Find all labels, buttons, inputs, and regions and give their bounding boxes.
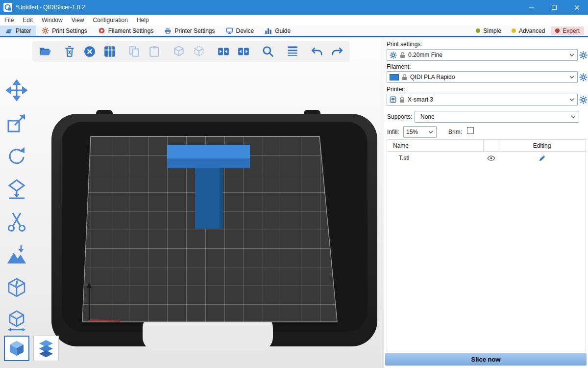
column-header-name[interactable]: Name	[387, 140, 484, 151]
mode-advanced[interactable]: Advanced	[507, 26, 549, 35]
editor-view-button[interactable]	[4, 336, 29, 361]
split-to-objects-button[interactable]	[217, 45, 230, 58]
seam-painting-icon	[6, 277, 27, 298]
filament-value: QIDI PLA Rapido	[410, 74, 455, 80]
menu-edit[interactable]: Edit	[18, 15, 37, 26]
mode-expert[interactable]: Expert	[551, 26, 584, 35]
guide-icon	[265, 27, 272, 34]
object-name[interactable]: T.stl	[387, 155, 484, 161]
delete-all-icon	[83, 45, 96, 58]
tab-label: Filament Settings	[108, 27, 154, 34]
delete-all-button[interactable]	[83, 45, 97, 58]
print-bed-canvas[interactable]	[0, 37, 384, 368]
filament-settings-icon	[98, 27, 105, 34]
object-list[interactable]: Name Editing T.stl	[387, 139, 586, 351]
seam-painting-tool-button[interactable]	[5, 276, 28, 299]
menu-window[interactable]: Window	[37, 15, 67, 26]
column-header-editing[interactable]: Editing	[498, 140, 586, 151]
filament-select[interactable]: QIDI PLA Rapido	[387, 71, 578, 83]
tab-printer-settings[interactable]: Printer Settings	[159, 26, 220, 36]
copy-icon	[128, 45, 141, 58]
lock-icon	[399, 97, 405, 103]
rotate-icon	[6, 145, 27, 167]
redo-icon	[331, 45, 343, 58]
place-on-face-tool-button[interactable]	[5, 177, 28, 201]
arrange-icon	[103, 45, 116, 58]
close-button[interactable]	[565, 0, 588, 15]
add-instance-button[interactable]	[172, 45, 186, 58]
print-settings-select[interactable]: 0.20mm Fine	[387, 49, 578, 61]
filament-color-swatch	[390, 74, 399, 80]
menu-help[interactable]: Help	[132, 15, 153, 26]
remove-instance-button[interactable]	[192, 45, 206, 58]
minimize-button[interactable]	[520, 0, 543, 15]
device-icon	[226, 27, 233, 34]
printer-icon	[390, 96, 396, 103]
close-icon	[574, 5, 580, 10]
supports-select[interactable]: None	[415, 111, 579, 123]
measure-tool-button[interactable]	[5, 309, 28, 332]
mode-switcher: Simple Advanced Expert	[471, 26, 588, 36]
infill-select[interactable]: 15%	[403, 126, 437, 138]
brim-checkbox[interactable]	[467, 127, 474, 134]
undo-button[interactable]	[310, 45, 324, 58]
supports-value: None	[420, 113, 435, 120]
column-header-visibility[interactable]	[484, 140, 498, 151]
copy-button[interactable]	[127, 45, 141, 58]
split-to-parts-icon	[237, 45, 250, 58]
search-button[interactable]	[261, 45, 275, 58]
window-controls	[520, 0, 588, 15]
left-toolbar	[3, 77, 30, 334]
menu-configuration[interactable]: Configuration	[89, 15, 132, 26]
advanced-mode-dot-icon	[512, 28, 516, 33]
tab-label: Guide	[275, 27, 291, 34]
cut-tool-button[interactable]	[5, 210, 28, 234]
preview-view-button[interactable]	[33, 336, 59, 361]
arrange-button[interactable]	[103, 45, 117, 58]
scale-tool-button[interactable]	[5, 111, 28, 135]
viewport-3d[interactable]	[0, 37, 384, 368]
move-tool-button[interactable]	[5, 79, 28, 102]
tab-print-settings[interactable]: Print Settings	[36, 26, 92, 36]
printer-gear-button[interactable]	[579, 96, 588, 105]
measure-icon	[6, 310, 27, 331]
brim-label: Brim:	[448, 129, 462, 135]
printer-settings-icon	[164, 27, 172, 34]
editing-button[interactable]	[498, 155, 586, 162]
print-settings-label: Print settings:	[387, 41, 422, 48]
printer-select[interactable]: X-smart 3	[387, 94, 578, 105]
tab-label: Print Settings	[52, 27, 87, 34]
split-to-objects-icon	[217, 45, 230, 58]
paste-button[interactable]	[147, 45, 161, 58]
menu-bar: File Edit Window View Configuration Help	[0, 15, 588, 26]
split-to-parts-button[interactable]	[237, 45, 250, 58]
chevron-down-icon	[569, 98, 574, 101]
variable-layer-height-button[interactable]	[286, 45, 299, 58]
mode-simple[interactable]: Simple	[471, 26, 506, 35]
window-title: *Untitled - QIDISlicer-1.0.2	[16, 4, 85, 11]
profile-gear-icon	[390, 52, 397, 59]
tab-device[interactable]: Device	[220, 26, 260, 36]
open-button[interactable]	[38, 45, 52, 58]
remove-instance-icon	[193, 45, 205, 58]
view-toggle	[4, 336, 59, 361]
rotate-tool-button[interactable]	[5, 144, 28, 168]
filament-gear-button[interactable]	[579, 73, 588, 82]
menu-view[interactable]: View	[67, 15, 89, 26]
print-settings-gear-button[interactable]	[579, 51, 588, 60]
redo-button[interactable]	[330, 45, 344, 58]
visibility-toggle[interactable]	[484, 156, 498, 161]
tab-filament-settings[interactable]: Filament Settings	[93, 26, 159, 36]
tab-guide[interactable]: Guide	[259, 26, 296, 36]
delete-button[interactable]	[63, 45, 76, 58]
object-row: T.stl	[387, 152, 586, 164]
tab-plater[interactable]: Plater	[0, 26, 36, 36]
menu-file[interactable]: File	[0, 15, 18, 26]
maximize-button[interactable]	[543, 0, 565, 15]
slice-now-button[interactable]: Slice now	[385, 353, 587, 366]
paint-on-supports-tool-button[interactable]	[5, 243, 28, 266]
maximize-icon	[552, 5, 557, 10]
sidebar: Print settings: 0.20mm Fine Filament: QI…	[384, 37, 588, 368]
top-toolbar	[32, 41, 350, 62]
undo-icon	[311, 45, 323, 58]
